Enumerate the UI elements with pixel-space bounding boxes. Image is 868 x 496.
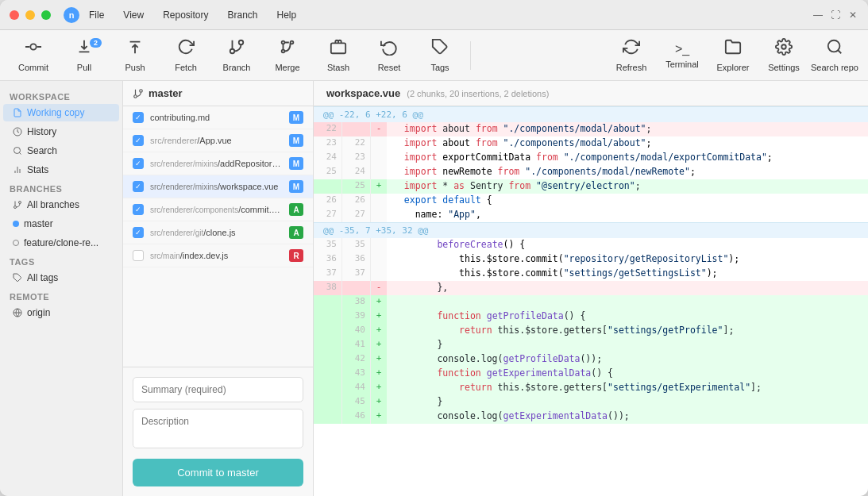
diff-header: workspace.vue (2 chunks, 20 insertions, … bbox=[314, 81, 868, 106]
win-fullscreen[interactable]: ⛶ bbox=[830, 10, 841, 21]
file-checkbox[interactable]: ✓ bbox=[133, 158, 144, 169]
svg-point-7 bbox=[282, 50, 285, 53]
history-label: History bbox=[27, 126, 56, 137]
diff-line-num-new: 36 bbox=[342, 252, 371, 267]
menu-repository[interactable]: Repository bbox=[160, 8, 211, 22]
terminal-button[interactable]: >_ Terminal bbox=[658, 35, 706, 76]
file-checkbox[interactable]: ✓ bbox=[133, 135, 144, 146]
origin-label: origin bbox=[27, 307, 50, 318]
diff-line-code: beforeCreate() { bbox=[387, 238, 868, 252]
settings-button[interactable]: Settings bbox=[760, 35, 808, 76]
diff-line-num-old bbox=[314, 324, 342, 338]
diff-line-code: console.log(getProfileData()); bbox=[387, 352, 868, 367]
stash-button[interactable]: Stash bbox=[314, 35, 362, 76]
diff-line-num-new bbox=[342, 281, 371, 295]
file-item[interactable]: src/main/index.dev.js R bbox=[123, 244, 313, 267]
pull-label: Pull bbox=[77, 63, 91, 72]
file-name: src/renderer/mixins/addRepository.js bbox=[150, 159, 283, 168]
diff-line-num-old: 26 bbox=[314, 194, 342, 208]
tags-button[interactable]: Tags bbox=[416, 35, 464, 76]
search-repo-button[interactable]: Search repo bbox=[811, 35, 858, 76]
file-item[interactable]: ✓ src/renderer/mixins/workspace.vue M bbox=[123, 175, 313, 198]
menu-help[interactable]: Help bbox=[274, 8, 300, 22]
maximize-button[interactable] bbox=[41, 10, 51, 20]
diff-line: 25 + import * as Sentry from "@sentry/el… bbox=[314, 179, 868, 194]
menu-branch[interactable]: Branch bbox=[225, 8, 261, 22]
file-status-badge: M bbox=[289, 134, 303, 147]
pull-badge: 2 bbox=[90, 38, 102, 48]
tags-icon bbox=[431, 38, 449, 60]
file-checkbox[interactable]: ✓ bbox=[133, 204, 144, 215]
push-button[interactable]: Push bbox=[111, 35, 159, 76]
diff-line-sign: + bbox=[371, 179, 387, 194]
merge-button[interactable]: Merge bbox=[264, 35, 311, 76]
commit-to-master-button[interactable]: Commit to master bbox=[133, 459, 303, 486]
sidebar-item-working-copy[interactable]: Working copy bbox=[3, 104, 119, 121]
diff-line: 26 26 export default { bbox=[314, 194, 868, 208]
diff-line-sign bbox=[371, 208, 387, 222]
diff-line-code: this.$store.commit("repository/getReposi… bbox=[387, 252, 868, 267]
stash-label: Stash bbox=[327, 63, 349, 72]
merge-icon bbox=[279, 38, 296, 60]
file-checkbox[interactable] bbox=[133, 250, 144, 261]
diff-line-code: name: "App", bbox=[387, 208, 868, 222]
diff-line-num-old: 24 bbox=[314, 151, 342, 165]
diff-line-code: import exportCommitData from "./componen… bbox=[387, 151, 868, 165]
file-item[interactable]: ✓ contributing.md M bbox=[123, 106, 313, 129]
sidebar-item-feature-clone[interactable]: feature/clone-re... bbox=[3, 234, 119, 252]
diff-line-num-old: 25 bbox=[314, 165, 342, 179]
pull-button[interactable]: 2 Pull bbox=[60, 35, 108, 76]
commit-summary-input[interactable] bbox=[133, 377, 303, 402]
sidebar-item-master[interactable]: master bbox=[3, 215, 119, 233]
sidebar-item-origin[interactable]: origin bbox=[3, 304, 119, 321]
settings-icon bbox=[775, 38, 793, 60]
sidebar-item-history[interactable]: History bbox=[3, 123, 119, 140]
menu-view[interactable]: View bbox=[120, 8, 147, 22]
explorer-button[interactable]: Explorer bbox=[709, 35, 757, 76]
file-checkbox[interactable]: ✓ bbox=[133, 112, 144, 123]
diff-line-num-new: 23 bbox=[342, 151, 371, 165]
minimize-button[interactable] bbox=[25, 10, 35, 20]
diff-line: 24 23 import exportCommitData from "./co… bbox=[314, 151, 868, 165]
diff-content[interactable]: @@ -22, 6 +22, 6 @@ 22 - import about fr… bbox=[314, 106, 868, 496]
file-status-badge: M bbox=[289, 111, 303, 124]
explorer-icon bbox=[724, 38, 742, 60]
file-item[interactable]: ✓ src/renderer/mixins/addRepository.js M bbox=[123, 152, 313, 175]
file-item[interactable]: ✓ src/renderer/App.vue M bbox=[123, 129, 313, 152]
feature-branch-dot bbox=[13, 240, 19, 246]
diff-line-num-old bbox=[314, 352, 342, 367]
stats-icon bbox=[13, 165, 22, 175]
file-item[interactable]: ✓ src/renderer/components/commit.vue A bbox=[123, 198, 313, 221]
sidebar-item-stats[interactable]: Stats bbox=[3, 161, 119, 179]
diff-line-code: this.$store.commit("settings/getSettings… bbox=[387, 267, 868, 281]
diff-hunk-header: @@ -35, 7 +35, 32 @@ bbox=[314, 222, 868, 238]
sidebar-item-all-tags[interactable]: All tags bbox=[3, 269, 119, 286]
working-copy-icon bbox=[13, 108, 22, 117]
diff-line-num-old bbox=[314, 381, 342, 395]
sidebar-item-all-branches[interactable]: All branches bbox=[3, 196, 119, 213]
menu-file[interactable]: File bbox=[86, 8, 107, 22]
win-minimize[interactable]: — bbox=[812, 10, 824, 21]
commit-button[interactable]: Commit bbox=[10, 35, 57, 76]
close-button[interactable] bbox=[10, 10, 19, 20]
diff-line: 35 35 beforeCreate() { bbox=[314, 238, 868, 252]
commit-description-input[interactable] bbox=[133, 409, 303, 448]
svg-line-13 bbox=[838, 50, 841, 53]
diff-line: 42 + console.log(getProfileData()); bbox=[314, 352, 868, 367]
file-checkbox[interactable]: ✓ bbox=[133, 181, 144, 192]
win-close[interactable]: ✕ bbox=[847, 10, 858, 21]
diff-line-num-new: 22 bbox=[342, 136, 371, 151]
push-label: Push bbox=[125, 63, 145, 72]
app-window: n File View Repository Branch Help — ⛶ ✕… bbox=[0, 0, 868, 496]
window-controls: — ⛶ ✕ bbox=[812, 10, 858, 21]
sidebar-item-search[interactable]: Search bbox=[3, 142, 119, 160]
file-item[interactable]: ✓ src/renderer/git/clone.js A bbox=[123, 221, 313, 244]
diff-line-num-new: 26 bbox=[342, 194, 371, 208]
file-checkbox[interactable]: ✓ bbox=[133, 227, 144, 238]
fetch-button[interactable]: Fetch bbox=[162, 35, 210, 76]
svg-point-15 bbox=[14, 148, 21, 154]
branches-section: Branches bbox=[0, 179, 122, 195]
branch-button[interactable]: Branch bbox=[213, 35, 260, 76]
reset-button[interactable]: Reset bbox=[365, 35, 413, 76]
refresh-button[interactable]: Refresh bbox=[608, 35, 655, 76]
